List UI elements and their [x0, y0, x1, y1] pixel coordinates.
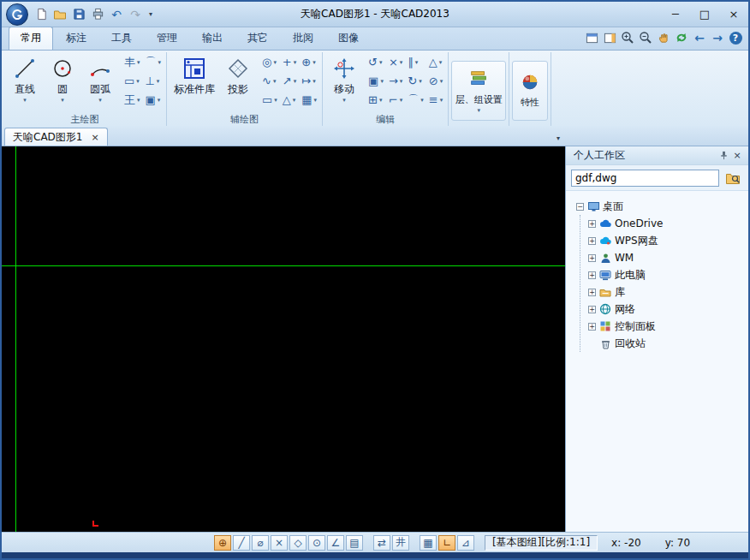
refresh-icon[interactable] [674, 30, 689, 45]
aux-tool-button[interactable]: ↗▾ [280, 75, 299, 87]
ribbon-tab[interactable]: 图像 [326, 27, 371, 50]
pin-icon[interactable] [717, 149, 730, 163]
draw-tool-button[interactable]: ▣▾ [143, 94, 164, 106]
draw-tool-button[interactable]: 丰▾ [122, 57, 143, 69]
tree-item-wm[interactable]: + WM [588, 249, 745, 266]
aux-tool-button[interactable]: ◎▾ [259, 57, 280, 69]
snap-toggle-button[interactable]: ⌀ [252, 535, 269, 551]
open-file-button[interactable] [51, 6, 68, 23]
ribbon-tab[interactable]: 标注 [54, 27, 98, 50]
snap-toggle-button[interactable] [365, 535, 372, 551]
snap-toggle-button[interactable]: ▦ [420, 535, 437, 551]
tab-overflow-button[interactable]: ▾ [557, 134, 560, 142]
aux-tool-button[interactable]: ▦▾ [299, 94, 319, 106]
edit-tool-button[interactable]: ▣▾ [366, 75, 386, 87]
snap-toggle-button[interactable]: 井 [392, 535, 409, 551]
edit-tool-button[interactable]: ⊘▾ [426, 75, 445, 87]
panel-close-icon[interactable]: × [730, 149, 744, 163]
arc-button[interactable]: 圆弧 ▾ [81, 53, 119, 103]
ribbon-tab[interactable]: 输出 [190, 27, 235, 50]
panel-layout-icon[interactable] [584, 30, 599, 45]
save-button[interactable] [70, 6, 87, 23]
edit-tool-button[interactable]: ⊞▾ [366, 94, 386, 106]
snap-toggle-button[interactable]: ⊿ [457, 535, 474, 551]
close-button[interactable]: × [719, 5, 748, 24]
tab-close-icon[interactable]: × [91, 132, 98, 143]
draw-tool-button[interactable]: ⌒▾ [143, 57, 164, 69]
edit-tool-button[interactable]: ↻▾ [405, 75, 426, 87]
snap-toggle-button[interactable]: ⇄ [373, 535, 390, 551]
undo-button[interactable]: ↶ [108, 6, 125, 23]
minimize-button[interactable]: ─ [661, 5, 690, 24]
tree-item-wps[interactable]: + WPS网盘 [588, 232, 745, 249]
circle-button[interactable]: 圆 ▾ [44, 53, 81, 103]
tree-item-network[interactable]: + 网络 [588, 301, 745, 318]
draw-tool-button[interactable]: ⊥▾ [143, 75, 164, 87]
browse-button[interactable] [723, 169, 743, 187]
panel-side-icon[interactable] [602, 30, 617, 45]
draw-tool-button[interactable]: ▭▾ [122, 75, 143, 87]
document-tab[interactable]: 天喻CAD图形1 × [4, 128, 108, 146]
pan-hand-icon[interactable] [656, 30, 671, 45]
properties-button[interactable]: 特性 [512, 61, 548, 121]
tree-item-control-panel[interactable]: + 控制面板 [588, 318, 745, 335]
snap-toggle-button[interactable]: ⊙ [308, 535, 325, 551]
edit-tool-button[interactable]: ≡▾ [426, 94, 445, 106]
tree-item-libraries[interactable]: + 库 [588, 283, 745, 301]
line-button[interactable]: 直线 ▾ [6, 53, 44, 103]
new-file-button[interactable] [33, 6, 50, 23]
edit-tool-button[interactable]: ∥▾ [405, 57, 426, 69]
aux-tool-button[interactable]: ⊕▾ [299, 57, 319, 69]
filename-input[interactable] [571, 170, 719, 187]
layer-group-settings-button[interactable]: 层、组设置 ▾ [451, 61, 506, 121]
aux-tool-button[interactable]: ∿▾ [259, 75, 280, 87]
snap-toggle-button[interactable]: ∟ [438, 535, 455, 551]
drawing-canvas[interactable] [2, 146, 565, 532]
expand-icon[interactable]: + [588, 289, 596, 296]
ribbon-tab[interactable]: 工具 [99, 27, 144, 50]
edit-tool-button[interactable]: →▾ [386, 75, 405, 87]
tree-item-this-pc[interactable]: + 此电脑 [588, 266, 745, 283]
snap-toggle-button[interactable]: ∠ [327, 535, 344, 551]
snap-toggle-button[interactable]: ⊕ [214, 535, 231, 551]
expand-icon[interactable]: + [588, 220, 596, 228]
snap-toggle-button[interactable]: ◇ [289, 535, 307, 551]
expand-icon[interactable]: + [588, 323, 596, 331]
standard-parts-button[interactable]: 标准件库 [170, 53, 219, 97]
expand-icon[interactable]: + [588, 237, 596, 245]
ribbon-tab[interactable]: 其它 [235, 27, 280, 50]
edit-tool-button[interactable]: ×▾ [386, 57, 405, 69]
edit-tool-button[interactable]: ⌐▾ [386, 94, 405, 106]
snap-toggle-button[interactable]: ╱ [233, 535, 250, 551]
maximize-button[interactable]: □ [690, 5, 719, 24]
redo-button[interactable]: ↷ [127, 6, 144, 23]
aux-tool-button[interactable]: ▭▾ [259, 94, 280, 106]
zoom-out-icon[interactable] [638, 30, 653, 45]
expand-icon[interactable]: + [588, 254, 596, 262]
projection-button[interactable]: 投影 [219, 53, 257, 97]
aux-tool-button[interactable]: △▾ [280, 94, 299, 106]
edit-tool-button[interactable]: ↺▾ [366, 57, 386, 69]
ribbon-tab[interactable]: 管理 [145, 27, 189, 50]
forward-button[interactable]: → [710, 30, 725, 45]
aux-tool-button[interactable]: +▾ [280, 57, 299, 69]
collapse-icon[interactable]: − [576, 203, 584, 211]
ribbon-tab[interactable]: 批阅 [281, 27, 325, 50]
app-logo-icon[interactable] [6, 3, 28, 26]
tree-item-recycle-bin[interactable]: 回收站 [588, 335, 745, 352]
tree-item-onedrive[interactable]: + OneDrive [588, 215, 745, 232]
help-button[interactable]: ? [728, 30, 743, 45]
snap-toggle-button[interactable]: × [271, 535, 288, 551]
aux-tool-button[interactable]: ↦▾ [299, 75, 319, 87]
expand-icon[interactable]: + [588, 306, 596, 313]
draw-tool-button[interactable]: 王▾ [122, 94, 143, 106]
tree-item-desktop[interactable]: − 桌面 [576, 198, 745, 215]
snap-toggle-button[interactable] [411, 535, 418, 551]
zoom-in-icon[interactable] [620, 30, 635, 45]
back-button[interactable]: ← [692, 30, 707, 45]
plot-button[interactable] [89, 6, 106, 23]
edit-tool-button[interactable]: △▾ [426, 57, 445, 69]
quick-access-customize-button[interactable]: ▾ [146, 6, 156, 23]
expand-icon[interactable]: + [588, 271, 596, 279]
snap-toggle-button[interactable]: ▤ [346, 535, 363, 551]
